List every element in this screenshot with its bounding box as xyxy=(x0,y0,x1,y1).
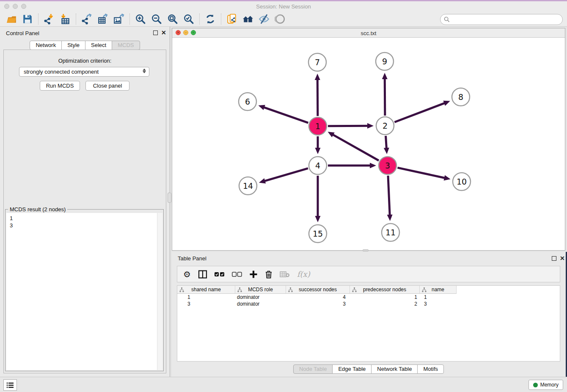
select-all-icon[interactable] xyxy=(215,272,225,277)
edge-arrowhead xyxy=(444,175,451,181)
graph-edge-1-6[interactable] xyxy=(263,107,308,123)
graph-node-label: 14 xyxy=(243,181,253,190)
graph-node-label: 4 xyxy=(315,161,320,170)
cell: 4 xyxy=(286,294,350,301)
criterion-value: strongly connected component xyxy=(24,69,99,75)
table-header-row: shared nameMCDS rolesuccessor nodesprede… xyxy=(177,286,560,294)
export-network-icon[interactable] xyxy=(79,13,95,25)
delete-table-icon[interactable] xyxy=(280,271,290,278)
edge-arrowhead xyxy=(315,216,321,222)
delete-column-icon[interactable] xyxy=(265,270,272,279)
export-table-icon[interactable] xyxy=(95,13,111,25)
save-session-icon[interactable] xyxy=(19,13,36,25)
close-panel-button[interactable]: Close panel xyxy=(85,81,129,91)
eye-icon[interactable] xyxy=(272,13,288,25)
table-row[interactable]: 1dominator411 xyxy=(177,294,560,301)
edge-arrowhead xyxy=(382,73,388,79)
graph-edge-4-14[interactable] xyxy=(264,168,308,181)
import-table-icon[interactable] xyxy=(57,13,73,25)
control-panel-title: Control Panel xyxy=(6,30,39,36)
tab-node-table[interactable]: Node Table xyxy=(293,364,333,374)
column-label: MCDS role xyxy=(248,287,273,293)
graph-edge-2-8[interactable] xyxy=(394,103,445,122)
tab-style[interactable]: Style xyxy=(61,41,85,50)
home-icon[interactable] xyxy=(240,13,256,25)
zoom-fit-icon[interactable] xyxy=(165,13,181,25)
node-table[interactable]: shared nameMCDS rolesuccessor nodesprede… xyxy=(177,285,560,362)
graph-node-label: 15 xyxy=(313,229,323,238)
split-view-icon[interactable] xyxy=(198,270,207,279)
close-table-panel-icon[interactable]: ✕ xyxy=(560,255,565,262)
graph-node-label: 8 xyxy=(458,92,463,102)
tab-motifs[interactable]: Motifs xyxy=(417,364,444,374)
edge-arrowhead xyxy=(367,123,374,129)
search-container xyxy=(440,14,563,25)
zoom-out-icon[interactable] xyxy=(149,13,165,25)
settings-icon[interactable]: ⚙ xyxy=(183,270,191,279)
search-icon xyxy=(444,17,450,24)
tab-network-table[interactable]: Network Table xyxy=(371,364,418,374)
cell: 1 xyxy=(350,294,420,301)
search-input[interactable] xyxy=(440,14,563,25)
deselect-all-icon[interactable] xyxy=(232,272,242,277)
panel-divider-grip[interactable] xyxy=(168,193,171,203)
graph-node-label: 6 xyxy=(245,97,250,106)
network-overview-icon[interactable] xyxy=(224,13,240,25)
table-row[interactable]: 3dominator323 xyxy=(177,301,560,307)
table-toolbar: ⚙ f(x) xyxy=(177,266,560,282)
column-header-predecessor-nodes[interactable]: predecessor nodes xyxy=(350,286,420,294)
open-session-icon[interactable] xyxy=(3,13,19,25)
result-scrollbar[interactable] xyxy=(157,213,162,370)
graph-edge-2-9[interactable] xyxy=(385,78,385,116)
table-panel: Table Panel ✕ ⚙ f(x) xyxy=(172,252,565,377)
graph-edge-1-7[interactable] xyxy=(317,79,318,116)
criterion-select[interactable]: strongly connected component xyxy=(19,67,149,77)
import-network-icon[interactable] xyxy=(41,13,57,25)
cell: dominator xyxy=(235,294,286,301)
toolbar-separator xyxy=(199,14,200,25)
cell: 2 xyxy=(350,301,420,307)
graph-node-label: 7 xyxy=(315,58,320,67)
graph-edge-3-11[interactable] xyxy=(388,176,390,216)
refresh-layout-icon[interactable] xyxy=(202,13,218,25)
network-window-titlebar[interactable]: ✕ − + scc.txt xyxy=(172,28,565,38)
column-header-shared-name[interactable]: shared name xyxy=(177,286,235,294)
edge-arrowhead xyxy=(443,101,450,106)
graph-node-label: 11 xyxy=(385,228,396,237)
add-column-icon[interactable] xyxy=(249,270,258,279)
run-mcds-button[interactable]: Run MCDS xyxy=(40,81,80,91)
tab-edge-table[interactable]: Edge Table xyxy=(332,364,372,374)
chevron-up-down-icon xyxy=(143,69,146,73)
memory-button[interactable]: Memory xyxy=(528,380,563,390)
network-window-title: scc.txt xyxy=(172,30,565,36)
cell: 3 xyxy=(420,301,457,307)
graph-node-label: 1 xyxy=(315,121,320,131)
float-table-panel-icon[interactable] xyxy=(552,256,556,261)
column-header-name[interactable]: name xyxy=(420,286,457,294)
graph-edge-3-1[interactable] xyxy=(332,134,379,160)
tab-network[interactable]: Network xyxy=(30,41,62,50)
graph-edge-1-2[interactable] xyxy=(328,126,369,126)
column-header-MCDS-role[interactable]: MCDS role xyxy=(235,286,286,294)
close-panel-icon[interactable]: ✕ xyxy=(161,29,166,36)
status-bar: Memory xyxy=(0,377,567,392)
column-label: name xyxy=(432,287,444,293)
graph-edge-3-10[interactable] xyxy=(397,168,445,178)
graph-node-label: 2 xyxy=(383,121,388,130)
zoom-selected-icon[interactable] xyxy=(181,13,197,25)
graph-edge-2-3[interactable] xyxy=(386,136,387,149)
cell: dominator xyxy=(235,301,286,307)
column-header-successor-nodes[interactable]: successor nodes xyxy=(286,286,350,294)
tab-select[interactable]: Select xyxy=(85,41,112,50)
float-panel-icon[interactable] xyxy=(153,30,158,35)
horizontal-divider-grip[interactable] xyxy=(363,249,369,251)
window-titlebar: Session: New Session xyxy=(0,1,567,12)
network-graph[interactable]: 7968124314101511 xyxy=(172,38,565,250)
export-image-icon[interactable] xyxy=(111,13,127,25)
graph-node-label: 10 xyxy=(457,177,467,186)
tab-mcds[interactable]: MCDS xyxy=(112,41,140,50)
hide-graphics-details-icon[interactable] xyxy=(256,13,272,25)
function-builder-icon[interactable]: f(x) xyxy=(297,270,310,279)
zoom-in-icon[interactable] xyxy=(132,13,149,25)
task-history-button[interactable] xyxy=(3,379,17,391)
